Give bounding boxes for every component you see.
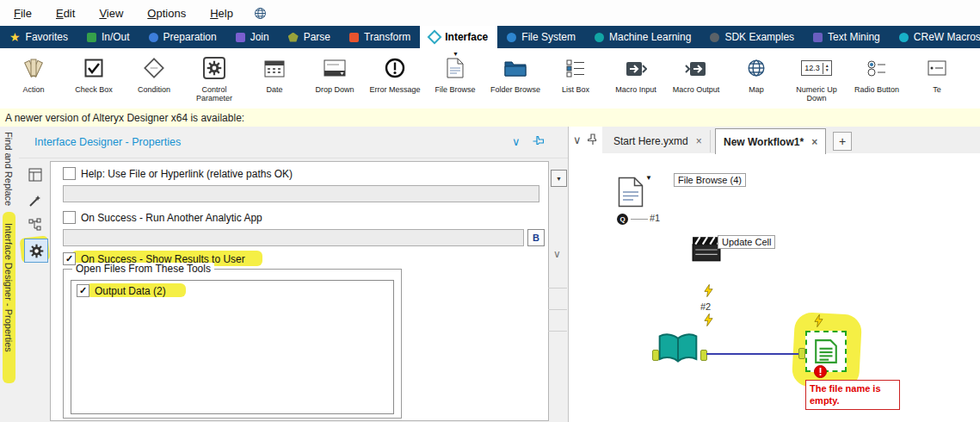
palette-tab-sdk-examples[interactable]: SDK Examples <box>700 26 804 48</box>
tool-condition[interactable]: Condition <box>124 48 184 94</box>
tool-map[interactable]: Map <box>726 48 786 94</box>
open-files-group: Open Files From These Tools ✓ Output Dat… <box>63 269 402 419</box>
properties-view-button[interactable] <box>24 239 48 263</box>
palette-tab-preparation[interactable]: Preparation <box>139 26 226 48</box>
panel-pin-icon[interactable] <box>533 135 544 149</box>
browse-app-button[interactable]: B <box>527 229 545 246</box>
parse-icon <box>288 33 299 42</box>
close-icon[interactable]: × <box>811 136 817 148</box>
palette-tab-transform[interactable]: Transform <box>340 26 420 48</box>
preparation-icon <box>149 33 158 42</box>
panel-title: Interface Designer - Properties <box>34 136 181 148</box>
tool-file-browse[interactable]: ▼File Browse <box>425 48 485 94</box>
rail-tab-find-and-replace[interactable]: Find and Replace <box>3 132 14 206</box>
connection-wire[interactable] <box>706 353 801 355</box>
tree-view-button[interactable] <box>25 214 46 235</box>
tool-control-parameter[interactable]: Control Parameter <box>184 48 244 103</box>
annotation-1: #1 <box>650 213 660 223</box>
rail-tab-interface-designer[interactable]: Interface Designer - Properties <box>3 223 14 352</box>
palette-tab-join[interactable]: Join <box>226 26 279 48</box>
workflow-area: Start Here.yxmd × New Workflow1* × + ▼ Q… <box>602 127 980 422</box>
menu-edit[interactable]: Edit <box>44 3 87 24</box>
hidden-combo-dropdown-button[interactable]: ▼ <box>551 170 567 187</box>
update-cell-tool[interactable] <box>692 236 721 265</box>
tool-radio-button[interactable]: Radio Button <box>847 48 907 94</box>
new-tab-button[interactable]: + <box>833 132 852 151</box>
tab-start-here-label: Start Here.yxmd <box>613 135 688 147</box>
file-browse-node-label[interactable]: File Browse (4) <box>674 173 746 187</box>
menu-help[interactable]: Help <box>198 3 245 24</box>
menu-options[interactable]: Options <box>135 3 198 24</box>
tool-list-box[interactable]: List Box <box>545 48 606 94</box>
input-anchor-nub <box>798 348 805 359</box>
annotation-2: #2 <box>700 301 711 312</box>
clapperboard-icon <box>692 236 721 262</box>
machine-learning-icon <box>595 33 604 42</box>
panel-chevron-down-icon[interactable]: ∨ <box>512 136 521 147</box>
divider-pin-icon[interactable] <box>588 133 598 147</box>
menu-file[interactable]: File <box>2 3 44 24</box>
show-results-checkbox-label: On Success - Show Results to User <box>81 253 245 265</box>
tool-macro-input[interactable]: Macro Input <box>606 48 666 94</box>
check-icon: ✓ <box>79 286 87 295</box>
interface-designer-panel: Interface Designer - Properties ∨ Help: … <box>19 127 569 422</box>
tab-new-workflow1[interactable]: New Workflow1* × <box>715 128 826 154</box>
palette-tab-interface[interactable]: Interface <box>420 26 497 48</box>
update-notification-text: A newer version of Alteryx Designer x64 … <box>5 112 244 124</box>
favorites-star-icon: ★ <box>9 31 21 43</box>
tool-text-box-cut[interactable]: Te <box>907 48 967 94</box>
palette-tab-parse[interactable]: Parse <box>279 26 340 48</box>
tool-drop-down[interactable]: Drop Down <box>305 48 365 94</box>
update-cell-node-label[interactable]: Update Cell <box>718 235 775 249</box>
transform-icon <box>349 33 359 42</box>
tool-error-message[interactable]: Error Message <box>365 48 425 94</box>
palette-tab-crew-macros[interactable]: CReW Macros <box>890 26 980 48</box>
drop-down-icon <box>324 53 346 84</box>
join-icon <box>236 33 245 42</box>
error-message-icon <box>385 53 405 84</box>
run-app-input[interactable] <box>63 229 524 246</box>
palette-tab-in-out[interactable]: In/Out <box>77 26 139 48</box>
run-app-checkbox-label: On Success - Run Another Analytic App <box>81 212 262 224</box>
docked-panel-divider: ∨ <box>568 127 604 422</box>
tool-folder-browse[interactable]: Folder Browse <box>485 48 545 94</box>
tool-numeric-up-down[interactable]: 12.3▲▼Numeric Up Down <box>786 48 847 103</box>
hidden-scroll-chevron[interactable]: ∨ <box>553 248 561 260</box>
numeric-up-down-icon: 12.3▲▼ <box>801 53 831 84</box>
workflow-canvas[interactable]: ▼ Q #1 File Browse (4) Update Cell #2 <box>602 153 980 422</box>
book-tool[interactable] <box>657 331 699 370</box>
menu-view[interactable]: View <box>87 3 135 24</box>
output-data-checkbox[interactable]: ✓ <box>77 284 89 297</box>
error-tooltip: The file name is empty. <box>805 380 900 410</box>
interface-designer-content: Help: Use File or Hyperlink (relative pa… <box>50 161 549 421</box>
divider-line <box>548 331 567 332</box>
palette-tab-favorites[interactable]: ★Favorites <box>0 26 77 48</box>
tool-action[interactable]: Action <box>3 48 64 94</box>
file-browse-tool[interactable]: ▼ <box>618 176 654 215</box>
wizard-view-button[interactable] <box>25 190 46 211</box>
close-icon[interactable]: × <box>696 135 702 147</box>
palette-tab-machine-learning[interactable]: Machine Learning <box>585 26 700 48</box>
workflow-tab-bar: Start Here.yxmd × New Workflow1* × + <box>602 127 980 154</box>
text-mining-icon <box>813 33 823 42</box>
palette-tab-text-mining[interactable]: Text Mining <box>804 26 890 48</box>
tool-date[interactable]: Date <box>244 48 305 94</box>
output-tools-list[interactable]: ✓ Output Data (2) <box>71 280 394 414</box>
palette-tab-file-system[interactable]: File System <box>497 26 585 48</box>
layout-view-button[interactable] <box>25 164 46 185</box>
dropdown-arrow-icon: ▼ <box>453 51 459 57</box>
macro-output-icon <box>685 53 707 84</box>
show-results-checkbox[interactable]: ✓ <box>63 252 76 265</box>
tool-macro-output[interactable]: Macro Output <box>666 48 726 94</box>
help-checkbox[interactable] <box>63 167 76 180</box>
tool-check-box[interactable]: Check Box <box>64 48 124 94</box>
help-file-input[interactable] <box>63 185 539 202</box>
run-app-checkbox[interactable] <box>63 211 76 224</box>
divider-chevron-down-icon[interactable]: ∨ <box>573 134 582 146</box>
update-notification-bar: A newer version of Alteryx Designer x64 … <box>0 109 980 127</box>
tab-start-here[interactable]: Start Here.yxmd × <box>606 130 711 152</box>
interface-diamond-icon <box>428 30 442 45</box>
green-document-icon <box>814 338 838 364</box>
globe-icon[interactable] <box>254 7 267 20</box>
gear-icon <box>29 244 44 258</box>
